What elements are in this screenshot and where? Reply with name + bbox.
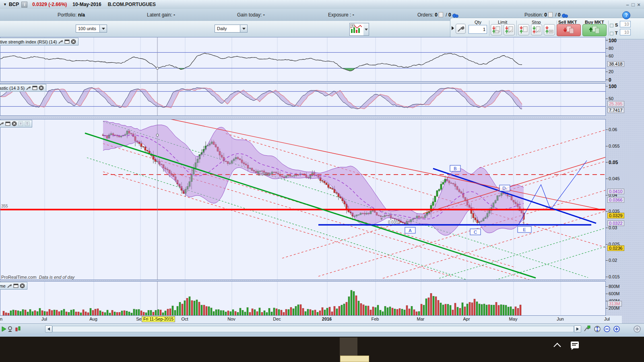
buy-market-button[interactable] (582, 24, 607, 36)
last-price: 0.0329 (-2.66%) (32, 2, 67, 7)
status-value: - (353, 12, 354, 18)
price-axis-tick: 0.045 (609, 176, 620, 181)
windows-taskbar: eeX POR 23:22 10/05/2016 (0, 337, 644, 362)
take-profit-value-input[interactable] (620, 29, 631, 35)
scroll-right-button[interactable] (574, 325, 581, 333)
volume-panel[interactable]: lume (0, 281, 606, 316)
status-item-latentgain: Latent gain: - (147, 12, 175, 18)
sell-market-icon (557, 25, 580, 36)
order-doc-icon[interactable] (439, 12, 443, 17)
price-maximize-panel-icon[interactable] (25, 121, 30, 126)
symbol-dropdown-arrow-icon[interactable]: ▼ (3, 2, 7, 6)
time-axis[interactable]: nJulAugSepOctNovDec2016FebMarAprMayJunJu… (0, 316, 622, 324)
stochastic-panel-title: chastic (14 3 5) (0, 86, 25, 90)
close-button[interactable]: × (636, 2, 642, 8)
price-axis-tick: 0.055 (609, 144, 620, 148)
zoom-tools[interactable] (583, 325, 620, 333)
svg-text:0.0463: 0.0463 (258, 172, 270, 177)
price-close-icon[interactable] (12, 121, 17, 126)
month-label-may: May (509, 317, 518, 321)
rsi-close-icon[interactable] (71, 39, 76, 44)
sell-limit-button[interactable] (504, 24, 515, 35)
stoch-window-icon[interactable] (32, 85, 37, 90)
stop-loss-value-input[interactable] (620, 21, 631, 27)
volume-settings-wrench-icon[interactable] (7, 283, 12, 288)
maximize-button[interactable]: □ (630, 2, 636, 8)
take-profit-checkbox[interactable] (610, 32, 613, 35)
wrench-icon (456, 24, 465, 33)
chart-type-button[interactable] (349, 23, 364, 36)
month-label-n: n (0, 317, 2, 321)
buy-limit-button[interactable] (491, 24, 502, 35)
units-select-value: 100 units (78, 26, 96, 31)
trading-app-window: ▼ BCP i 0.0329 (-2.66%) 10-May-2016 B.CO… (0, 0, 644, 362)
volume-close-icon[interactable] (20, 283, 25, 288)
scroll-track[interactable] (52, 326, 574, 332)
timeframe-select-arrow-icon[interactable] (240, 25, 247, 32)
chart-type-dropdown-arrow[interactable] (363, 23, 369, 36)
volume-plot[interactable] (0, 282, 605, 315)
month-label-apr: Apr (463, 317, 470, 321)
scroll-left-button[interactable] (45, 325, 52, 333)
units-select[interactable]: 100 units (76, 25, 107, 33)
stop-loss-checkbox[interactable] (610, 24, 613, 27)
rsi-panel[interactable]: lative strength index (RSI) (14) (0, 37, 606, 82)
stochastic-panel[interactable]: chastic (14 3 5) (0, 83, 606, 116)
price-level-badge: 0.0366 (607, 197, 624, 203)
order-panel: Qty Limit Stop Sell MKT Buy MKT (450, 18, 644, 39)
svg-text:B: B (454, 166, 456, 171)
rsi-window-icon[interactable] (64, 39, 70, 44)
symbol-label: BCP (9, 2, 19, 7)
price-level-badge: 0.0236 (607, 245, 624, 251)
timeframe-select[interactable]: Daily (215, 25, 248, 33)
scroll-left-icons[interactable] (1, 325, 22, 333)
volume-panel-header: lume (0, 282, 27, 290)
price-panel[interactable]: ce ProRealTime.comData is end of day ABC… (0, 119, 606, 280)
info-icon[interactable]: i (21, 2, 27, 8)
stochastic-plot[interactable] (0, 84, 605, 115)
sell-market-button[interactable] (557, 24, 581, 36)
volume-window-icon[interactable] (13, 283, 19, 288)
buy-stop-button[interactable] (518, 24, 529, 35)
timeframe-select-value: Daily (217, 26, 227, 31)
stoch-axis-tick: 100 (609, 84, 617, 89)
price-settings-wrench-icon[interactable] (0, 121, 4, 126)
status-value: 0 (435, 12, 438, 18)
order-doc-icon[interactable] (548, 12, 553, 17)
tray-chevron-icon[interactable] (553, 343, 561, 350)
status-separator: / (554, 12, 558, 18)
value-axis[interactable]: 100806020038.4181005025.3957.74170.060.0… (606, 37, 644, 323)
status-value: n/a (78, 12, 85, 18)
status-value-2: 0 (558, 12, 561, 18)
stoch-settings-wrench-icon[interactable] (26, 85, 31, 90)
rsi-plot[interactable] (0, 37, 605, 81)
svg-text:E: E (523, 227, 526, 232)
units-select-arrow-icon[interactable] (99, 25, 107, 32)
rsi-panel-title: lative strength index (RSI) (14) (0, 39, 57, 44)
minimize-button[interactable]: – (625, 2, 630, 8)
volume-axis-tick: 600M (609, 291, 620, 296)
window-bottom-border (0, 334, 644, 337)
stoch-k-current-value: 7.7417 (607, 107, 624, 113)
quantity-input[interactable] (469, 25, 487, 34)
desktop-zoom-icon[interactable] (633, 325, 642, 333)
price-move-up-icon[interactable] (18, 121, 23, 126)
help-icon[interactable]: ? (622, 11, 630, 19)
rsi-current-value: 38.418 (607, 61, 624, 67)
chart-scroll-bar (0, 323, 644, 334)
sell-stop-button[interactable] (531, 24, 542, 35)
replay-icon (2, 327, 6, 331)
order-settings-button[interactable] (456, 24, 466, 34)
notification-center-icon[interactable] (571, 341, 579, 348)
stop-trailing-button[interactable] (544, 24, 555, 35)
panel-collapse-arrow-icon[interactable] (452, 26, 454, 30)
chart-type-icon (350, 23, 363, 35)
rsi-settings-wrench-icon[interactable] (58, 39, 63, 44)
price-axis-tick: 0.015 (609, 274, 620, 279)
month-label-2016: 2016 (322, 317, 332, 321)
stoch-close-icon[interactable] (39, 85, 44, 90)
person-icon (8, 327, 12, 330)
price-plot[interactable]: ABCD-E0.04630.0312355 (0, 119, 605, 280)
price-window-icon[interactable] (5, 121, 10, 126)
svg-text:A: A (409, 228, 412, 233)
